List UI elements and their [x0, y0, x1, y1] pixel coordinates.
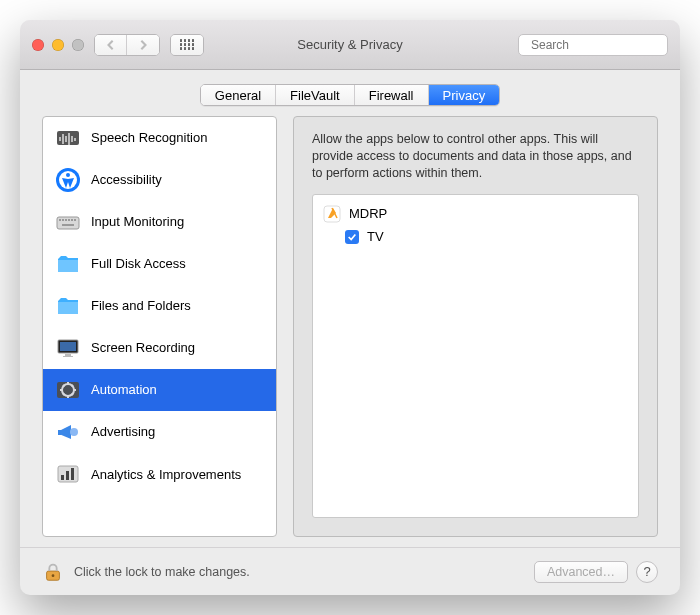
svg-rect-24 [65, 354, 71, 356]
back-button[interactable] [95, 35, 127, 55]
svg-rect-19 [62, 224, 74, 226]
svg-rect-14 [62, 219, 64, 221]
privacy-sidebar[interactable]: Speech Recognition Accessibility Input M… [42, 116, 277, 537]
keyboard-icon [55, 209, 81, 235]
app-icon [323, 205, 341, 223]
svg-rect-5 [65, 136, 67, 142]
svg-line-34 [72, 385, 74, 387]
controlled-app-name: TV [367, 229, 384, 244]
sidebar-item-label: Speech Recognition [91, 130, 207, 145]
svg-rect-21 [58, 302, 78, 314]
show-all-button[interactable] [170, 34, 204, 56]
sidebar-item-label: Analytics & Improvements [91, 467, 241, 482]
sidebar-item-speech-recognition[interactable]: Speech Recognition [43, 117, 276, 159]
controlled-app-row[interactable]: TV [323, 225, 628, 249]
window-title: Security & Privacy [297, 37, 402, 52]
footer: Click the lock to make changes. Advanced… [20, 547, 680, 595]
preferences-window: Security & Privacy General FileVault Fir… [20, 20, 680, 595]
svg-rect-36 [58, 430, 61, 435]
sidebar-item-label: Automation [91, 382, 157, 397]
tabs-row: General FileVault Firewall Privacy [20, 70, 680, 116]
lock-label: Click the lock to make changes. [74, 565, 250, 579]
megaphone-icon [55, 419, 81, 445]
sidebar-item-label: Screen Recording [91, 340, 195, 355]
sidebar-item-accessibility[interactable]: Accessibility [43, 159, 276, 201]
lock-row[interactable]: Click the lock to make changes. [42, 561, 250, 583]
svg-line-32 [63, 385, 65, 387]
svg-rect-39 [61, 475, 64, 480]
waveform-icon [55, 125, 81, 151]
barchart-icon [55, 461, 81, 487]
svg-line-35 [63, 393, 65, 395]
chevron-left-icon [106, 40, 116, 50]
tab-general[interactable]: General [201, 85, 276, 105]
svg-rect-6 [68, 133, 70, 145]
tab-filevault[interactable]: FileVault [276, 85, 355, 105]
sidebar-item-automation[interactable]: Automation [43, 369, 276, 411]
automation-description: Allow the apps below to control other ap… [312, 131, 639, 182]
sidebar-item-label: Full Disk Access [91, 256, 186, 271]
grid-icon [180, 39, 195, 50]
minimize-window-button[interactable] [52, 39, 64, 51]
svg-rect-3 [59, 137, 61, 141]
close-window-button[interactable] [32, 39, 44, 51]
accessibility-icon [55, 167, 81, 193]
checkbox-checked[interactable] [345, 230, 359, 244]
sidebar-item-screen-recording[interactable]: Screen Recording [43, 327, 276, 369]
gear-icon [55, 377, 81, 403]
sidebar-item-files-and-folders[interactable]: Files and Folders [43, 285, 276, 327]
checkmark-icon [347, 232, 357, 242]
nav-group [94, 34, 160, 56]
svg-rect-7 [71, 136, 73, 142]
svg-rect-16 [68, 219, 70, 221]
help-button[interactable]: ? [636, 561, 658, 583]
app-name: MDRP [349, 206, 387, 221]
svg-rect-8 [74, 138, 76, 141]
lock-icon [42, 561, 64, 583]
sidebar-item-analytics[interactable]: Analytics & Improvements [43, 453, 276, 495]
disk-folder-icon [55, 251, 81, 277]
display-icon [55, 335, 81, 361]
sidebar-item-label: Input Monitoring [91, 214, 184, 229]
app-row: MDRP [323, 203, 628, 225]
svg-rect-18 [74, 219, 76, 221]
svg-rect-12 [57, 217, 79, 229]
svg-rect-20 [58, 260, 78, 272]
svg-point-11 [66, 173, 70, 177]
sidebar-item-full-disk-access[interactable]: Full Disk Access [43, 243, 276, 285]
svg-point-44 [52, 574, 55, 577]
svg-rect-4 [62, 134, 64, 144]
privacy-panel: Allow the apps below to control other ap… [293, 116, 658, 537]
sidebar-item-label: Accessibility [91, 172, 162, 187]
chevron-right-icon [138, 40, 148, 50]
svg-rect-13 [59, 219, 61, 221]
sidebar-item-label: Files and Folders [91, 298, 191, 313]
svg-rect-23 [60, 342, 76, 351]
tab-bar: General FileVault Firewall Privacy [200, 84, 500, 106]
svg-rect-40 [66, 471, 69, 480]
svg-rect-17 [71, 219, 73, 221]
search-input[interactable] [529, 37, 680, 53]
tab-privacy[interactable]: Privacy [429, 85, 500, 105]
titlebar: Security & Privacy [20, 20, 680, 70]
forward-button[interactable] [127, 35, 159, 55]
zoom-window-button [72, 39, 84, 51]
sidebar-item-advertising[interactable]: Advertising [43, 411, 276, 453]
automation-app-list: MDRP TV [312, 194, 639, 518]
svg-rect-41 [71, 468, 74, 480]
tab-firewall[interactable]: Firewall [355, 85, 429, 105]
search-field[interactable] [518, 34, 668, 56]
sidebar-item-label: Advertising [91, 424, 155, 439]
main-content: Speech Recognition Accessibility Input M… [20, 116, 680, 547]
advanced-button[interactable]: Advanced… [534, 561, 628, 583]
sidebar-item-input-monitoring[interactable]: Input Monitoring [43, 201, 276, 243]
svg-rect-15 [65, 219, 67, 221]
svg-rect-25 [63, 356, 73, 357]
folder-icon [55, 293, 81, 319]
traffic-lights [32, 39, 84, 51]
svg-point-37 [70, 428, 78, 436]
svg-line-33 [72, 393, 74, 395]
